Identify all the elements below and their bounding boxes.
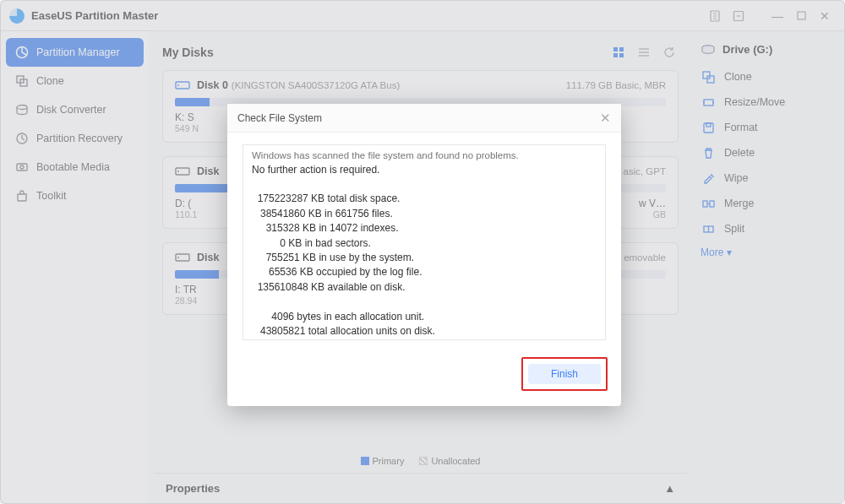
dialog-close-button[interactable]: ✕	[600, 111, 611, 126]
finish-highlight: Finish	[521, 357, 608, 391]
dialog-titlebar: Check File System ✕	[227, 104, 621, 133]
check-filesystem-dialog: Check File System ✕ Windows has scanned …	[227, 104, 621, 406]
finish-button[interactable]: Finish	[528, 364, 601, 384]
log-output: Windows has scanned the file system and …	[243, 144, 606, 340]
app-window: EaseUS Partition Master — ✕ Partition Ma…	[0, 0, 845, 504]
dialog-title: Check File System	[237, 112, 322, 124]
